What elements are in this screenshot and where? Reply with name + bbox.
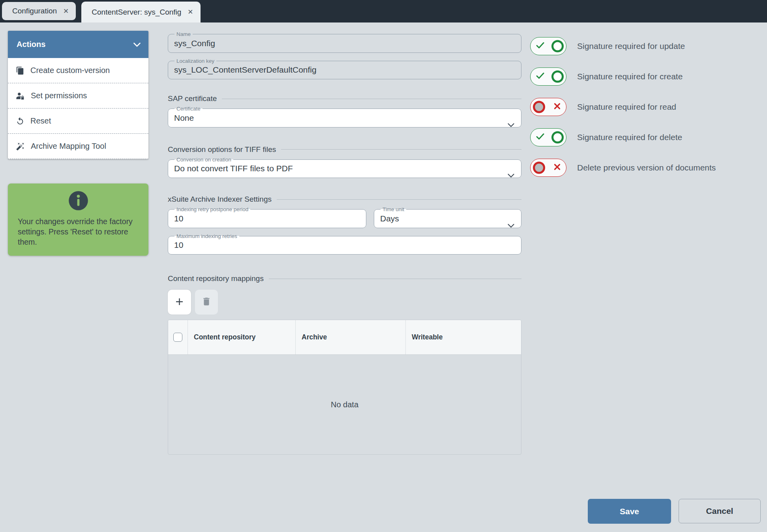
- mappings-table-header: Content repository Archive Writeable: [168, 320, 521, 355]
- tab-bar: Configuration ✕ ContentServer: sys_Confi…: [0, 0, 767, 22]
- column-header-writeable[interactable]: Writeable: [406, 320, 521, 354]
- tab-configuration[interactable]: Configuration ✕: [2, 2, 76, 20]
- indexing-retry-input[interactable]: 10: [174, 213, 360, 224]
- sidebar: Actions Create custom-version Set permi: [8, 31, 148, 532]
- mappings-table-body: No data: [168, 355, 521, 454]
- section-xsuite-indexer: xSuite Archive Indexer Settings: [168, 195, 521, 204]
- localization-key-label: Localization key: [174, 58, 216, 64]
- name-field-label: Name: [174, 31, 193, 37]
- toggle-row-signature-read: Signature required for read: [530, 98, 767, 116]
- user-lock-icon: [16, 92, 25, 100]
- chevron-down-icon: [133, 40, 141, 49]
- column-header-archive[interactable]: Archive: [296, 320, 406, 354]
- action-item-label: Reset: [30, 116, 51, 126]
- close-icon[interactable]: ✕: [63, 8, 69, 15]
- toggle-label: Signature required for create: [577, 72, 683, 81]
- add-mapping-button[interactable]: [168, 290, 191, 315]
- header-checkbox-cell: [168, 320, 188, 354]
- toggle-row-delete-previous-version: Delete previous version of documents: [530, 159, 767, 177]
- wand-icon: [16, 142, 25, 151]
- footer-actions: Save Cancel: [588, 499, 761, 524]
- toggle-knob: [551, 131, 564, 144]
- delete-mapping-button[interactable]: [195, 290, 218, 315]
- toggle-knob: [533, 101, 545, 113]
- plus-icon: [174, 296, 185, 309]
- chevron-down-icon: [508, 122, 514, 129]
- close-icon[interactable]: ✕: [188, 9, 193, 15]
- cross-icon: [554, 103, 561, 111]
- indexing-retry-label: Indexing retry postpone period: [174, 206, 250, 213]
- cancel-button[interactable]: Cancel: [679, 499, 761, 523]
- empty-table-message: No data: [331, 400, 358, 409]
- mappings-table: Content repository Archive Writeable No …: [168, 320, 521, 455]
- toggle-label: Delete previous version of documents: [577, 163, 716, 172]
- toggle-signature-delete[interactable]: [530, 128, 566, 146]
- mapping-toolbar: [168, 290, 521, 315]
- time-unit-label: Time unit: [381, 206, 406, 213]
- conversion-value: Do not convert TIFF files to PDF: [174, 163, 515, 174]
- name-input[interactable]: sys_Config: [174, 37, 515, 49]
- toggles-column: Signature required for update Signature …: [530, 37, 767, 532]
- certificate-label: Certificate: [174, 106, 203, 112]
- select-all-checkbox[interactable]: [173, 333, 182, 342]
- max-retries-label: Maximum indexing retries: [174, 233, 239, 240]
- actions-panel-header[interactable]: Actions: [8, 31, 148, 58]
- toggle-row-signature-update: Signature required for update: [530, 37, 767, 55]
- section-divider: [222, 99, 521, 99]
- indexing-retry-field: Indexing retry postpone period 10: [168, 206, 366, 228]
- action-item-archive-mapping-tool[interactable]: Archive Mapping Tool: [8, 134, 148, 159]
- check-icon: [536, 133, 544, 142]
- section-tiff-conversion: Conversion options for TIFF files: [168, 145, 521, 154]
- action-item-create-custom-version[interactable]: Create custom-version: [8, 58, 148, 83]
- toggle-knob: [533, 162, 545, 174]
- main-content: Actions Create custom-version Set permi: [0, 22, 767, 532]
- chevron-down-icon: [508, 172, 514, 179]
- action-item-label: Set permissions: [31, 91, 87, 100]
- info-message: Your changes override the factory settin…: [18, 216, 139, 247]
- conversion-label: Conversion on creation: [174, 157, 233, 163]
- toggle-knob: [551, 71, 564, 83]
- indexer-settings-row: Indexing retry postpone period 10 Time u…: [168, 206, 521, 228]
- form-column: Name sys_Config Localization key sys_LOC…: [168, 22, 521, 532]
- section-title: xSuite Archive Indexer Settings: [168, 195, 272, 204]
- trash-icon: [201, 296, 212, 308]
- toggle-label: Signature required for read: [577, 102, 676, 112]
- section-repository-mappings: Content repository mappings: [168, 274, 521, 283]
- toggle-knob: [551, 40, 564, 52]
- save-button[interactable]: Save: [588, 499, 671, 524]
- toggle-signature-update[interactable]: [530, 37, 566, 55]
- toggle-signature-create[interactable]: [530, 67, 566, 86]
- toggle-label: Signature required for update: [577, 41, 685, 51]
- time-unit-select[interactable]: Time unit Days: [374, 206, 521, 228]
- max-retries-input[interactable]: 10: [174, 239, 515, 251]
- actions-title: Actions: [17, 40, 45, 49]
- localization-key-input[interactable]: sys_LOC_ContentServerDefaultConfig: [174, 64, 515, 75]
- toggle-delete-previous-version[interactable]: [530, 159, 566, 177]
- tab-label: ContentServer: sys_Config: [92, 8, 181, 17]
- chevron-down-icon: [508, 222, 514, 229]
- column-header-content-repository[interactable]: Content repository: [188, 320, 296, 354]
- section-divider: [269, 279, 521, 279]
- action-item-reset[interactable]: Reset: [8, 109, 148, 134]
- time-unit-value: Days: [380, 213, 515, 224]
- name-field: Name sys_Config: [168, 31, 521, 53]
- tab-contentserver-sys-config[interactable]: ContentServer: sys_Config ✕: [81, 2, 200, 22]
- action-item-label: Create custom-version: [30, 66, 110, 75]
- reset-icon: [16, 117, 24, 126]
- action-item-set-permissions[interactable]: Set permissions: [8, 83, 148, 109]
- check-icon: [536, 42, 544, 51]
- action-item-label: Archive Mapping Tool: [31, 142, 106, 151]
- certificate-select[interactable]: Certificate None: [168, 106, 521, 127]
- conversion-select[interactable]: Conversion on creation Do not convert TI…: [168, 157, 521, 178]
- section-title: SAP certificate: [168, 94, 217, 103]
- section-sap-certificate: SAP certificate: [168, 94, 521, 103]
- app-root: Configuration ✕ ContentServer: sys_Confi…: [0, 0, 767, 532]
- actions-panel: Actions Create custom-version Set permi: [8, 31, 148, 159]
- max-retries-field: Maximum indexing retries 10: [168, 233, 521, 255]
- section-title: Conversion options for TIFF files: [168, 145, 276, 154]
- section-divider: [277, 199, 521, 200]
- toggle-signature-read[interactable]: [530, 98, 566, 116]
- section-divider: [281, 149, 521, 150]
- section-title: Content repository mappings: [168, 274, 264, 283]
- check-icon: [536, 73, 544, 81]
